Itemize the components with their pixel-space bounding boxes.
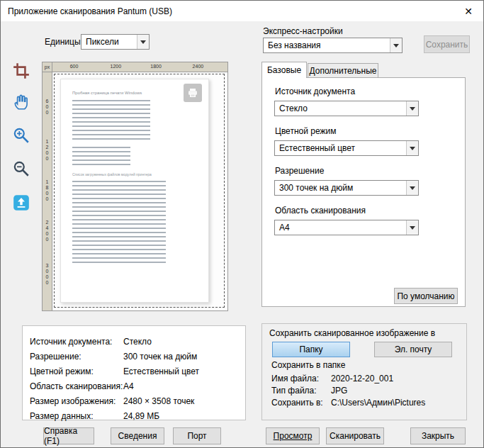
source-value: Стекло xyxy=(275,103,406,113)
ruler-unit: px xyxy=(43,62,52,72)
ruler-tick: 2400 xyxy=(45,220,50,242)
source-dropdown[interactable]: Стекло xyxy=(274,101,419,116)
save-row: Имя файла: 2020-12-20_001 xyxy=(271,372,463,384)
tab-advanced[interactable]: Дополнительные xyxy=(308,63,378,78)
scan-info-box: Источник документа: Стекло Разрешение: 3… xyxy=(22,325,246,420)
preview-area: px 600 1200 1800 2400 600 1200 1800 2400… xyxy=(42,62,228,311)
units-label: Единицы xyxy=(45,37,81,47)
info-label: Цветной режим: xyxy=(30,366,123,376)
info-row: Размер изображения: 2480 × 3508 точек xyxy=(30,393,245,408)
zoom-in-icon[interactable] xyxy=(12,126,30,145)
express-settings-label: Экспресс-настройки xyxy=(263,26,343,36)
ruler-tick: 1800 xyxy=(45,179,50,202)
color-mode-value: Естественный цвет xyxy=(275,143,406,153)
zoom-out-icon[interactable] xyxy=(12,159,30,178)
app-window: Приложение сканирования Pantum (USB) ✕ Е… xyxy=(0,0,484,448)
scan-button[interactable]: Сканировать xyxy=(326,427,384,444)
crop-icon[interactable] xyxy=(12,62,30,80)
info-value: 2480 × 3508 точек xyxy=(123,396,245,406)
info-value: Естественный цвет xyxy=(123,366,245,376)
close-icon[interactable]: ✕ xyxy=(454,1,483,21)
info-label: Область сканирования: xyxy=(30,381,123,391)
chevron-down-icon xyxy=(137,35,149,49)
defaults-button[interactable]: По умолчанию xyxy=(394,288,458,304)
info-label: Разрешение: xyxy=(30,352,123,362)
scanned-document: Пробная страница печати Windows Список з… xyxy=(60,79,209,303)
file-type-label: Тип файла: xyxy=(271,386,331,396)
port-button[interactable]: Порт xyxy=(173,427,221,444)
save-row: Тип файла: JPG xyxy=(271,384,463,396)
express-settings-value: Без названия xyxy=(264,40,390,50)
info-label: Источник документа: xyxy=(30,337,123,347)
file-type-value: JPG xyxy=(331,386,463,396)
help-button[interactable]: Справка (F1) xyxy=(43,427,94,444)
info-row: Источник документа: Стекло xyxy=(30,334,245,349)
document-section-heading: Список загруженных файлов модулей принте… xyxy=(72,172,198,177)
info-label: Размер данных: xyxy=(30,411,123,421)
chevron-down-icon xyxy=(406,101,418,116)
document-text-lines xyxy=(72,147,130,165)
units-value: Пиксели xyxy=(81,37,137,47)
save-path-label: Сохранить в: xyxy=(271,398,331,408)
ruler-tick: 1200 xyxy=(45,139,50,162)
ruler-tick: 2400 xyxy=(193,64,204,69)
info-value: A4 xyxy=(123,381,245,391)
save-row: Сохранить в: C:\Users\Админ\Pictures xyxy=(271,396,463,408)
export-icon[interactable] xyxy=(12,194,30,212)
vertical-ruler: 600 1200 1800 2400 3000 xyxy=(43,72,52,310)
about-button[interactable]: Сведения xyxy=(111,427,164,444)
info-row: Цветной режим: Естественный цвет xyxy=(30,364,245,379)
document-text-lines xyxy=(72,181,166,264)
settings-panel: Источник документа Стекло Цветной режим … xyxy=(261,77,466,307)
chevron-down-icon xyxy=(390,38,402,52)
horizontal-ruler: 600 1200 1800 2400 xyxy=(52,62,227,72)
save-destination-title: Сохранить сканированное изображение в xyxy=(269,328,459,338)
ruler-tick: 1800 xyxy=(150,64,162,69)
info-value: 24,89 МБ xyxy=(123,411,245,421)
scan-area-value: A4 xyxy=(275,223,406,233)
info-value: Стекло xyxy=(123,337,245,347)
preview-button[interactable]: Просмотр xyxy=(266,427,320,444)
document-title: Пробная страница печати Windows xyxy=(72,91,198,95)
color-mode-dropdown[interactable]: Естественный цвет xyxy=(274,140,419,156)
tab-basic[interactable]: Базовые xyxy=(261,62,307,78)
ruler-tick: 1200 xyxy=(111,64,122,69)
source-label: Источник документа xyxy=(275,86,355,96)
file-name-label: Имя файла: xyxy=(271,374,331,383)
resolution-label: Разрешение xyxy=(275,166,324,176)
info-row: Размер данных: 24,89 МБ xyxy=(30,408,245,423)
chevron-down-icon xyxy=(406,220,418,235)
hand-icon[interactable] xyxy=(12,93,30,111)
color-mode-label: Цветной режим xyxy=(275,126,336,136)
ruler-tick: 600 xyxy=(45,99,50,116)
preview-canvas: Пробная страница печати Windows Список з… xyxy=(52,72,227,310)
units-dropdown[interactable]: Пиксели xyxy=(81,34,150,50)
chevron-down-icon xyxy=(406,141,418,155)
save-to-email-button[interactable]: Эл. почту xyxy=(374,342,452,357)
title-bar: Приложение сканирования Pantum (USB) ✕ xyxy=(1,1,483,21)
save-preset-button[interactable]: Сохранить xyxy=(424,35,470,53)
resolution-value: 300 точек на дюйм xyxy=(275,183,406,193)
info-label: Размер изображения: xyxy=(30,396,123,406)
printer-icon xyxy=(184,84,202,102)
save-path-value: C:\Users\Админ\Pictures xyxy=(331,398,463,408)
info-row: Разрешение: 300 точек на дюйм xyxy=(30,349,245,364)
file-name-value: 2020-12-20_001 xyxy=(331,374,463,383)
ruler-tick: 3000 xyxy=(45,263,50,286)
save-file-info: Имя файла: 2020-12-20_001 Тип файла: JPG… xyxy=(271,372,463,408)
window-title: Приложение сканирования Pantum (USB) xyxy=(1,6,172,16)
chevron-down-icon xyxy=(406,181,418,195)
save-subtitle: Сохранить в папке xyxy=(271,360,345,370)
scan-area-label: Область сканирования xyxy=(275,206,366,215)
document-text-lines xyxy=(72,100,150,140)
resolution-dropdown[interactable]: 300 точек на дюйм xyxy=(274,180,419,196)
express-settings-dropdown[interactable]: Без названия xyxy=(263,38,403,53)
ruler-tick: 600 xyxy=(70,64,79,69)
close-button[interactable]: Закрыть xyxy=(410,427,466,444)
info-row: Область сканирования: A4 xyxy=(30,379,245,393)
scan-area-dropdown[interactable]: A4 xyxy=(274,220,419,235)
save-to-folder-button[interactable]: Папку xyxy=(272,342,350,357)
info-value: 300 точек на дюйм xyxy=(123,352,245,362)
